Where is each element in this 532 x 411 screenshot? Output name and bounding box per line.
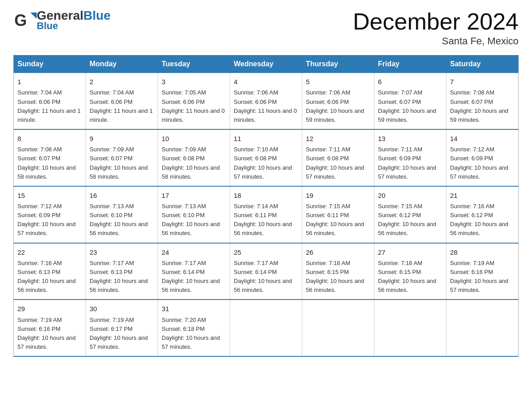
calendar-cell: 19 Sunrise: 7:15 AMSunset: 6:11 PMDaylig… bbox=[302, 186, 374, 243]
calendar-cell: 18 Sunrise: 7:14 AMSunset: 6:11 PMDaylig… bbox=[230, 186, 302, 243]
calendar-cell: 11 Sunrise: 7:10 AMSunset: 6:08 PMDaylig… bbox=[230, 129, 302, 186]
day-info: Sunrise: 7:17 AMSunset: 6:14 PMDaylight:… bbox=[234, 260, 292, 293]
day-info: Sunrise: 7:19 AMSunset: 6:16 PMDaylight:… bbox=[450, 260, 508, 293]
calendar-cell: 8 Sunrise: 7:08 AMSunset: 6:07 PMDayligh… bbox=[14, 129, 86, 186]
calendar-cell: 24 Sunrise: 7:17 AMSunset: 6:14 PMDaylig… bbox=[158, 243, 230, 300]
col-thursday: Thursday bbox=[302, 56, 374, 73]
day-info: Sunrise: 7:18 AMSunset: 6:15 PMDaylight:… bbox=[306, 260, 364, 293]
day-info: Sunrise: 7:09 AMSunset: 6:07 PMDaylight:… bbox=[90, 146, 148, 180]
day-info: Sunrise: 7:17 AMSunset: 6:13 PMDaylight:… bbox=[90, 260, 148, 293]
week-row-2: 8 Sunrise: 7:08 AMSunset: 6:07 PMDayligh… bbox=[14, 129, 519, 186]
col-tuesday: Tuesday bbox=[158, 56, 230, 73]
calendar-header-row: Sunday Monday Tuesday Wednesday Thursday… bbox=[14, 56, 519, 73]
day-number: 1 bbox=[17, 77, 82, 87]
day-number: 3 bbox=[162, 77, 226, 87]
day-info: Sunrise: 7:13 AMSunset: 6:10 PMDaylight:… bbox=[90, 203, 148, 236]
day-number: 8 bbox=[17, 133, 82, 144]
calendar-cell: 17 Sunrise: 7:13 AMSunset: 6:10 PMDaylig… bbox=[158, 186, 230, 243]
day-number: 15 bbox=[17, 190, 82, 201]
day-number: 21 bbox=[450, 190, 515, 201]
day-info: Sunrise: 7:20 AMSunset: 6:18 PMDaylight:… bbox=[162, 317, 220, 350]
day-number: 18 bbox=[234, 190, 298, 201]
calendar-cell: 1 Sunrise: 7:04 AMSunset: 6:06 PMDayligh… bbox=[14, 73, 86, 129]
day-info: Sunrise: 7:13 AMSunset: 6:10 PMDaylight:… bbox=[162, 203, 220, 236]
calendar-cell: 21 Sunrise: 7:16 AMSunset: 6:12 PMDaylig… bbox=[446, 186, 519, 243]
logo-icon: G bbox=[13, 9, 37, 32]
calendar-cell: 26 Sunrise: 7:18 AMSunset: 6:15 PMDaylig… bbox=[302, 243, 374, 300]
day-info: Sunrise: 7:11 AMSunset: 6:08 PMDaylight:… bbox=[306, 146, 364, 180]
day-number: 9 bbox=[90, 133, 154, 144]
calendar-cell: 3 Sunrise: 7:05 AMSunset: 6:06 PMDayligh… bbox=[158, 73, 230, 129]
day-number: 7 bbox=[450, 77, 515, 87]
day-number: 19 bbox=[306, 190, 370, 201]
calendar-cell: 7 Sunrise: 7:08 AMSunset: 6:07 PMDayligh… bbox=[446, 73, 519, 129]
day-info: Sunrise: 7:04 AMSunset: 6:06 PMDaylight:… bbox=[90, 89, 153, 123]
week-row-1: 1 Sunrise: 7:04 AMSunset: 6:06 PMDayligh… bbox=[14, 73, 519, 129]
calendar-cell: 5 Sunrise: 7:06 AMSunset: 6:06 PMDayligh… bbox=[302, 73, 374, 129]
col-wednesday: Wednesday bbox=[230, 56, 302, 73]
day-number: 26 bbox=[306, 247, 370, 257]
calendar-cell: 20 Sunrise: 7:15 AMSunset: 6:12 PMDaylig… bbox=[374, 186, 446, 243]
calendar-cell: 4 Sunrise: 7:06 AMSunset: 6:06 PMDayligh… bbox=[230, 73, 302, 129]
calendar-cell: 16 Sunrise: 7:13 AMSunset: 6:10 PMDaylig… bbox=[86, 186, 158, 243]
calendar-cell: 30 Sunrise: 7:19 AMSunset: 6:17 PMDaylig… bbox=[86, 300, 158, 356]
day-info: Sunrise: 7:06 AMSunset: 6:06 PMDaylight:… bbox=[234, 89, 297, 123]
calendar-cell: 12 Sunrise: 7:11 AMSunset: 6:08 PMDaylig… bbox=[302, 129, 374, 186]
header: G GeneralBlue Blue December 2024 Santa F… bbox=[13, 9, 519, 47]
calendar-cell: 29 Sunrise: 7:19 AMSunset: 6:16 PMDaylig… bbox=[14, 300, 86, 356]
day-info: Sunrise: 7:08 AMSunset: 6:07 PMDaylight:… bbox=[450, 89, 508, 123]
col-saturday: Saturday bbox=[446, 56, 519, 73]
week-row-5: 29 Sunrise: 7:19 AMSunset: 6:16 PMDaylig… bbox=[14, 300, 519, 356]
calendar-cell: 14 Sunrise: 7:12 AMSunset: 6:09 PMDaylig… bbox=[446, 129, 519, 186]
day-number: 6 bbox=[378, 77, 442, 87]
month-year-title: December 2024 bbox=[353, 9, 519, 34]
day-number: 14 bbox=[450, 133, 515, 144]
calendar-cell: 2 Sunrise: 7:04 AMSunset: 6:06 PMDayligh… bbox=[86, 73, 158, 129]
day-number: 5 bbox=[306, 77, 370, 87]
day-number: 25 bbox=[234, 247, 298, 257]
calendar-cell: 31 Sunrise: 7:20 AMSunset: 6:18 PMDaylig… bbox=[158, 300, 230, 356]
day-number: 12 bbox=[306, 133, 370, 144]
calendar-cell: 28 Sunrise: 7:19 AMSunset: 6:16 PMDaylig… bbox=[446, 243, 519, 300]
calendar-cell: 6 Sunrise: 7:07 AMSunset: 6:07 PMDayligh… bbox=[374, 73, 446, 129]
day-info: Sunrise: 7:11 AMSunset: 6:09 PMDaylight:… bbox=[378, 146, 436, 180]
day-number: 4 bbox=[234, 77, 298, 87]
svg-marker-1 bbox=[30, 13, 37, 19]
logo-blue-text: Blue bbox=[83, 9, 111, 22]
calendar-table: Sunday Monday Tuesday Wednesday Thursday… bbox=[13, 55, 519, 357]
day-info: Sunrise: 7:08 AMSunset: 6:07 PMDaylight:… bbox=[17, 146, 76, 180]
day-number: 23 bbox=[90, 247, 154, 257]
day-info: Sunrise: 7:17 AMSunset: 6:14 PMDaylight:… bbox=[162, 260, 220, 293]
logo: G GeneralBlue Blue bbox=[13, 9, 111, 32]
day-info: Sunrise: 7:16 AMSunset: 6:13 PMDaylight:… bbox=[17, 260, 76, 293]
day-number: 10 bbox=[162, 133, 226, 144]
day-info: Sunrise: 7:10 AMSunset: 6:08 PMDaylight:… bbox=[234, 146, 292, 180]
calendar-cell: 22 Sunrise: 7:16 AMSunset: 6:13 PMDaylig… bbox=[14, 243, 86, 300]
day-info: Sunrise: 7:12 AMSunset: 6:09 PMDaylight:… bbox=[450, 146, 508, 180]
calendar-cell bbox=[302, 300, 374, 356]
calendar-cell: 10 Sunrise: 7:09 AMSunset: 6:08 PMDaylig… bbox=[158, 129, 230, 186]
col-sunday: Sunday bbox=[14, 56, 86, 73]
day-info: Sunrise: 7:19 AMSunset: 6:16 PMDaylight:… bbox=[17, 317, 76, 350]
calendar-cell: 25 Sunrise: 7:17 AMSunset: 6:14 PMDaylig… bbox=[230, 243, 302, 300]
week-row-3: 15 Sunrise: 7:12 AMSunset: 6:09 PMDaylig… bbox=[14, 186, 519, 243]
day-number: 2 bbox=[90, 77, 154, 87]
col-friday: Friday bbox=[374, 56, 446, 73]
day-info: Sunrise: 7:04 AMSunset: 6:06 PMDaylight:… bbox=[17, 89, 81, 123]
day-info: Sunrise: 7:09 AMSunset: 6:08 PMDaylight:… bbox=[162, 146, 220, 180]
day-info: Sunrise: 7:15 AMSunset: 6:12 PMDaylight:… bbox=[378, 203, 436, 236]
calendar-cell bbox=[374, 300, 446, 356]
day-number: 29 bbox=[17, 304, 82, 314]
col-monday: Monday bbox=[86, 56, 158, 73]
day-number: 30 bbox=[90, 304, 154, 314]
day-info: Sunrise: 7:16 AMSunset: 6:12 PMDaylight:… bbox=[450, 203, 508, 236]
day-number: 27 bbox=[378, 247, 442, 257]
calendar-cell: 23 Sunrise: 7:17 AMSunset: 6:13 PMDaylig… bbox=[86, 243, 158, 300]
day-info: Sunrise: 7:14 AMSunset: 6:11 PMDaylight:… bbox=[234, 203, 292, 236]
calendar-cell: 15 Sunrise: 7:12 AMSunset: 6:09 PMDaylig… bbox=[14, 186, 86, 243]
day-number: 24 bbox=[162, 247, 226, 257]
day-info: Sunrise: 7:06 AMSunset: 6:06 PMDaylight:… bbox=[306, 89, 364, 123]
calendar-cell bbox=[446, 300, 519, 356]
calendar-cell: 9 Sunrise: 7:09 AMSunset: 6:07 PMDayligh… bbox=[86, 129, 158, 186]
day-number: 13 bbox=[378, 133, 442, 144]
